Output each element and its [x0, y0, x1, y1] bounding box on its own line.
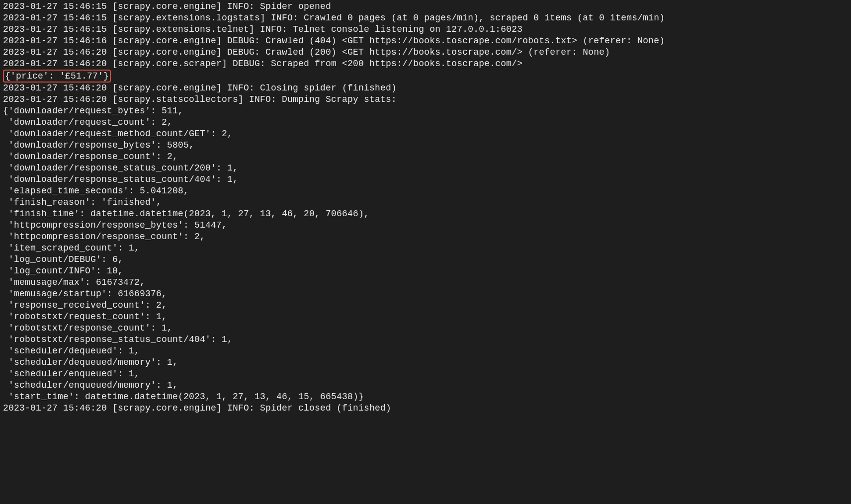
log-line: 'scheduler/dequeued': 1,: [3, 345, 848, 357]
log-line: 'robotstxt/response_status_count/404': 1…: [3, 334, 848, 345]
log-line: {'price': '£51.77'}: [3, 70, 848, 83]
log-line: 'downloader/response_bytes': 5805,: [3, 140, 848, 151]
highlighted-scraped-item: {'price': '£51.77'}: [3, 70, 111, 83]
log-line: 'robotstxt/request_count': 1,: [3, 311, 848, 323]
log-line: 'item_scraped_count': 1,: [3, 243, 848, 254]
log-line: 'downloader/request_method_count/GET': 2…: [3, 128, 848, 140]
log-line: 'scheduler/enqueued/memory': 1,: [3, 380, 848, 391]
log-line: 'scheduler/enqueued': 1,: [3, 368, 848, 380]
terminal-output[interactable]: 2023-01-27 15:46:15 [scrapy.core.engine]…: [0, 0, 851, 417]
log-line: 'log_count/INFO': 10,: [3, 265, 848, 277]
log-line: 'httpcompression/response_bytes': 51447,: [3, 220, 848, 231]
log-line: 'scheduler/dequeued/memory': 1,: [3, 357, 848, 368]
log-line: 'elapsed_time_seconds': 5.041208,: [3, 185, 848, 197]
log-line: 'downloader/response_status_count/404': …: [3, 174, 848, 185]
log-line: 2023-01-27 15:46:15 [scrapy.extensions.l…: [3, 12, 848, 24]
log-line: 'response_received_count': 2,: [3, 300, 848, 311]
log-line: 'start_time': datetime.datetime(2023, 1,…: [3, 391, 848, 403]
log-line: 'memusage/max': 61673472,: [3, 277, 848, 288]
log-line: 2023-01-27 15:46:16 [scrapy.core.engine]…: [3, 35, 848, 47]
log-line: 2023-01-27 15:46:15 [scrapy.core.engine]…: [3, 1, 848, 12]
log-line: 2023-01-27 15:46:15 [scrapy.extensions.t…: [3, 24, 848, 35]
log-line: 'log_count/DEBUG': 6,: [3, 254, 848, 265]
log-line: 2023-01-27 15:46:20 [scrapy.core.engine]…: [3, 403, 848, 414]
log-line: 2023-01-27 15:46:20 [scrapy.core.engine]…: [3, 83, 848, 94]
log-line: 'finish_time': datetime.datetime(2023, 1…: [3, 208, 848, 220]
log-line: 'robotstxt/response_count': 1,: [3, 323, 848, 334]
log-line: 2023-01-27 15:46:20 [scrapy.core.engine]…: [3, 47, 848, 58]
log-line: 'finish_reason': 'finished',: [3, 197, 848, 208]
log-line: 2023-01-27 15:46:20 [scrapy.core.scraper…: [3, 58, 848, 70]
log-line: 'downloader/request_count': 2,: [3, 117, 848, 128]
log-line: 'httpcompression/response_count': 2,: [3, 231, 848, 243]
log-line: 'downloader/response_status_count/200': …: [3, 163, 848, 174]
log-line: 2023-01-27 15:46:20 [scrapy.statscollect…: [3, 94, 848, 105]
log-line: 'downloader/response_count': 2,: [3, 151, 848, 163]
log-line: 'memusage/startup': 61669376,: [3, 288, 848, 300]
log-line: {'downloader/request_bytes': 511,: [3, 105, 848, 117]
